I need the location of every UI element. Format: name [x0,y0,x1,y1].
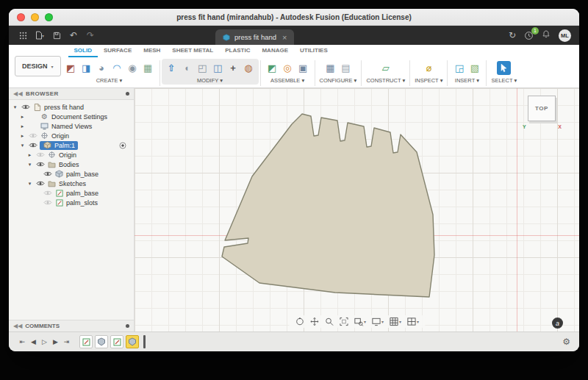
notifications-bell-icon[interactable] [542,29,551,42]
configure-group-label[interactable]: CONFIGURE ▾ [320,77,357,84]
play-button[interactable]: ▷ [40,338,49,345]
timeline-sketch-2-sketch-feature[interactable] [110,335,123,348]
viewcube-top-face[interactable]: TOP [528,96,556,121]
tab-manage[interactable]: MANAGE [256,46,294,57]
orbit-icon[interactable] [295,317,304,326]
tab-sheet-metal[interactable]: SHEET METAL [166,46,219,57]
visibility-eye-icon[interactable] [43,171,52,177]
file-menu-icon[interactable]: ▾ [32,28,47,43]
decal-icon[interactable]: ▧ [467,61,481,75]
panel-options-icon[interactable] [126,92,129,96]
close-button[interactable] [17,13,25,21]
tab-mesh[interactable]: MESH [137,46,166,57]
visibility-eye-icon[interactable] [28,132,37,139]
zoom-window-icon[interactable]: ▾ [354,317,366,326]
joint-icon[interactable]: ◎ [281,61,295,75]
expander-icon[interactable]: ▸ [19,123,26,129]
modify-group-label[interactable]: MODIFY ▾ [197,77,223,84]
browser-row-palm-1[interactable]: ▾Palm:1 [9,140,134,150]
revolve-icon[interactable]: ◕ [95,61,109,75]
tab-utilities[interactable]: UTILITIES [294,46,334,57]
browser-row-named-views[interactable]: ▸Named Views [9,121,134,131]
activate-component-radio[interactable] [119,142,126,149]
zoom-window-dropdown-caret-icon[interactable]: ▾ [364,319,366,324]
collapse-panel-icon[interactable]: ◀◀ [13,90,23,97]
visibility-eye-icon[interactable] [35,151,45,158]
timeline-sketch-1-sketch-feature[interactable] [79,335,93,348]
expander-icon[interactable]: ▾ [12,104,18,110]
grid-display-icon[interactable]: ▾ [389,317,401,326]
fit-icon[interactable] [339,317,348,326]
offset-plane-icon[interactable]: ▱ [379,61,392,75]
expander-icon[interactable]: ▸ [19,133,26,139]
visibility-eye-icon[interactable] [21,104,30,110]
browser-panel-header[interactable]: ◀◀ BROWSER [9,88,134,100]
step-forward-button[interactable]: ▶ [51,338,60,345]
display-settings-dropdown-caret-icon[interactable]: ▾ [381,319,384,324]
create-group-label[interactable]: CREATE ▾ [96,77,123,84]
comments-panel-header[interactable]: ◀◀ COMMENTS [9,320,134,331]
grid-display-dropdown-caret-icon[interactable]: ▾ [399,319,401,324]
palm-body-shape[interactable] [135,88,579,331]
select-cursor-icon[interactable] [497,61,511,75]
expander-icon[interactable]: ▾ [19,143,26,148]
timeline-settings-gear-icon[interactable]: ⚙ [562,337,570,347]
expander-icon[interactable]: ▸ [26,152,33,158]
model-canvas[interactable]: TOP Y X ▾▾▾▾ a [135,88,579,331]
browser-row-press-fit-hand[interactable]: ▾press fit hand [9,102,134,112]
hole-icon[interactable]: ◉ [126,61,140,75]
fillet-icon[interactable]: ◖ [180,61,194,75]
configuration-table-icon[interactable]: ▦ [323,61,337,75]
press-pull-icon[interactable]: ⇧ [165,61,179,75]
select-group-label[interactable]: SELECT ▾ [491,77,517,84]
display-settings-icon[interactable]: ▾ [371,317,384,326]
comments-collapse-icon[interactable]: ◀◀ [13,323,22,329]
expander-icon[interactable]: ▸ [19,114,26,120]
app-grid-icon[interactable] [15,28,30,43]
inspect-group-label[interactable]: INSPECT ▾ [415,77,442,84]
sweep-icon[interactable]: ◠ [110,61,124,75]
insert-derive-icon[interactable]: ◲ [452,61,466,75]
go-to-end-button[interactable]: ⇥ [62,338,71,345]
move-copy-icon[interactable]: + [226,61,240,75]
assemble-new-component-icon[interactable]: ◩ [265,61,279,75]
visibility-eye-icon[interactable] [43,199,52,206]
physical-material-icon[interactable]: ◍ [242,61,256,75]
step-back-button[interactable]: ◀ [29,338,38,345]
undo-icon[interactable]: ↶ [66,28,81,43]
document-tab[interactable]: press fit hand × [215,29,294,45]
viewports-icon[interactable]: ▾ [406,317,419,326]
tab-solid[interactable]: SOLID [68,46,98,57]
browser-row-bodies[interactable]: ▾Bodies [9,159,134,169]
zoom-icon[interactable] [324,317,334,326]
redo-icon[interactable]: ↷ [83,28,98,43]
browser-row-palm-slots[interactable]: palm_slots [9,198,134,207]
browser-row-origin[interactable]: ▸Origin [9,131,134,140]
expander-icon[interactable]: ▾ [26,162,33,168]
timeline-position-marker[interactable] [143,335,146,348]
browser-row-origin[interactable]: ▸Origin [9,150,134,159]
go-to-start-button[interactable]: ⇤ [18,338,27,345]
expander-icon[interactable]: ▾ [26,181,33,187]
shell-icon[interactable]: ◰ [196,61,209,75]
browser-row-palm-base[interactable]: palm_base [9,169,134,179]
tab-surface[interactable]: SURFACE [98,46,137,57]
comments-options-icon[interactable] [126,324,129,328]
maximize-button[interactable] [45,13,53,21]
assemble-group-label[interactable]: ASSEMBLE ▾ [270,77,304,84]
visibility-eye-icon[interactable] [28,142,37,148]
visibility-eye-icon[interactable] [43,190,52,196]
viewcube[interactable]: TOP Y X [525,94,559,126]
sync-status-icon[interactable]: ↻ [509,30,516,40]
minimize-button[interactable] [31,13,39,21]
visibility-eye-icon[interactable] [35,161,45,168]
measure-icon[interactable]: ⌀ [422,61,436,75]
timeline-extrude-2-extrude-feature[interactable] [126,335,139,348]
rigid-group-icon[interactable]: ▣ [296,61,310,75]
timeline-extrude-1-extrude-feature[interactable] [95,335,108,348]
insert-configuration-icon[interactable]: ▤ [339,61,353,75]
new-component-icon[interactable]: ◩ [64,61,78,75]
tab-close-icon[interactable]: × [282,33,287,42]
extrude-icon[interactable]: ◨ [79,61,93,75]
save-icon[interactable] [49,28,64,43]
